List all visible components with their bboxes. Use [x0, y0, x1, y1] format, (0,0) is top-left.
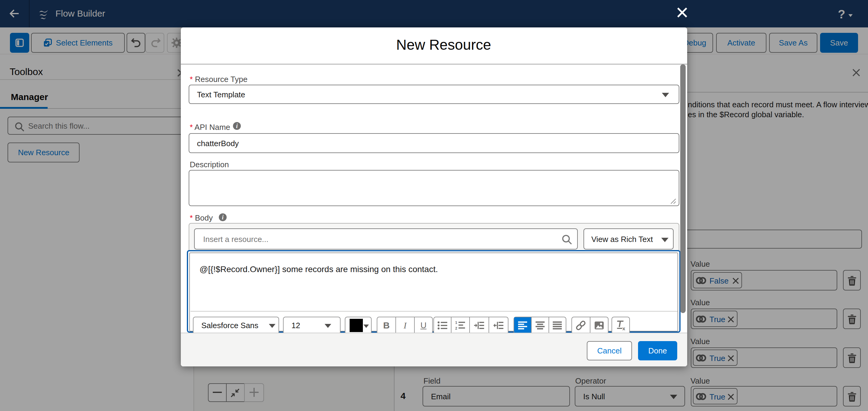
svg-text:1: 1	[456, 321, 457, 325]
svg-text:x: x	[622, 326, 625, 330]
svg-text:2: 2	[456, 326, 457, 330]
